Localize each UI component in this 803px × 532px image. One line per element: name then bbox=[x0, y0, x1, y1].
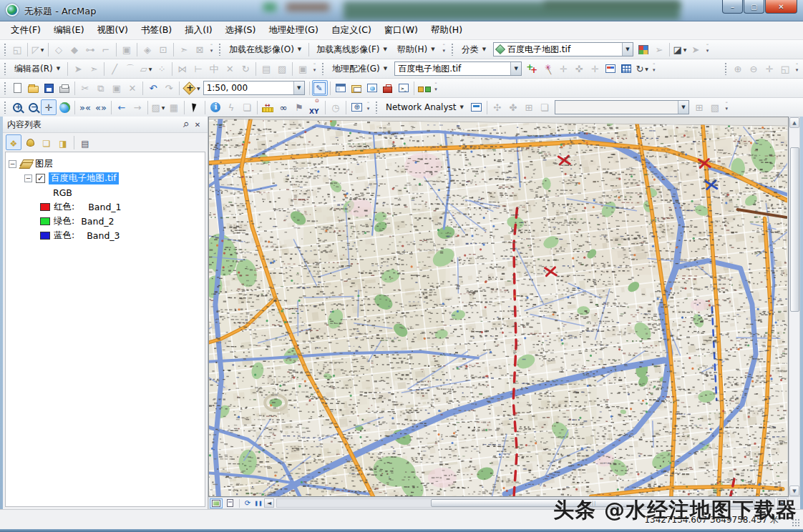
toolbar-grip[interactable] bbox=[218, 43, 222, 56]
zoom-in-icon[interactable] bbox=[9, 99, 25, 115]
menu-7[interactable]: 地理处理(G) bbox=[262, 22, 324, 39]
map-canvas[interactable] bbox=[209, 117, 787, 496]
image-analysis-icon[interactable] bbox=[636, 41, 651, 57]
add-control-points-icon[interactable] bbox=[524, 61, 540, 77]
identify-icon[interactable] bbox=[208, 99, 223, 115]
pause-drawing-button[interactable]: ❚❚ bbox=[253, 501, 263, 506]
menu-8[interactable]: 自定义(C) bbox=[325, 22, 378, 39]
toolbar-grip[interactable] bbox=[4, 43, 7, 56]
fixed-zoom-in-icon[interactable]: »« bbox=[77, 99, 93, 115]
menu-6[interactable]: 选择(S) bbox=[219, 22, 263, 39]
collapse-icon[interactable]: − bbox=[24, 174, 32, 182]
toolbar-grip[interactable] bbox=[4, 62, 7, 75]
vertical-scrollbar[interactable]: ▲ ▼ bbox=[789, 117, 800, 497]
modelbuilder-icon[interactable] bbox=[417, 80, 432, 96]
horizontal-scrollbar-thumb[interactable]: ||| bbox=[431, 499, 754, 507]
scroll-right-icon[interactable]: ► bbox=[777, 498, 787, 508]
list-by-source-icon[interactable] bbox=[22, 134, 38, 150]
transformation-icon[interactable] bbox=[618, 61, 634, 77]
load-online-imagery-button[interactable]: 加载在线影像(O)▼ bbox=[224, 42, 306, 57]
viewer-window-icon[interactable] bbox=[349, 99, 364, 115]
back-extent-icon[interactable]: ← bbox=[114, 99, 130, 115]
menu-5[interactable]: 插入(I) bbox=[178, 22, 218, 39]
collapse-icon[interactable]: − bbox=[9, 160, 16, 168]
toolbar-grip[interactable] bbox=[321, 62, 325, 75]
toolbar-overflow-icon[interactable]: ¨▾ bbox=[208, 42, 215, 56]
layout-view-button[interactable] bbox=[223, 498, 236, 508]
editor-toolbar-toggle[interactable] bbox=[312, 80, 328, 96]
rotate-georef-icon[interactable]: ↻▼ bbox=[634, 61, 650, 77]
classify-button[interactable]: 分类▼ bbox=[457, 42, 491, 57]
view-link-table-icon[interactable] bbox=[603, 61, 618, 77]
auto-registration-icon[interactable] bbox=[540, 61, 555, 77]
editor-menu-button[interactable]: 编辑器(R)▼ bbox=[9, 61, 65, 77]
layer-row[interactable]: − ✓ 百度电子地图.tif bbox=[9, 171, 202, 185]
refresh-view-button[interactable]: ⟳ bbox=[243, 499, 253, 507]
toc-options-icon[interactable] bbox=[77, 134, 93, 150]
toolbar-overflow-icon[interactable]: ¨▾ bbox=[311, 61, 318, 76]
list-by-drawing-order-icon[interactable] bbox=[6, 134, 21, 150]
catalog-window-icon[interactable] bbox=[349, 80, 364, 96]
network-analyst-menu-button[interactable]: Network Analyst▼ bbox=[381, 101, 469, 114]
georeferencing-menu-button[interactable]: 地理配准(G)▼ bbox=[327, 61, 392, 77]
find-icon[interactable]: ∞ bbox=[276, 99, 291, 115]
find-route-icon[interactable]: ⚑ bbox=[291, 99, 307, 115]
pan-icon[interactable]: ✛ bbox=[41, 99, 57, 115]
resize-grip[interactable] bbox=[792, 518, 800, 527]
toolbar-grip[interactable] bbox=[724, 62, 728, 75]
new-document-icon[interactable] bbox=[9, 80, 25, 96]
maximize-button[interactable]: ▢ bbox=[744, 0, 764, 14]
toolbar-overflow-icon[interactable]: ¨▾ bbox=[364, 100, 372, 114]
vertical-scrollbar-thumb[interactable] bbox=[790, 147, 799, 312]
classify-layer-combo[interactable]: 百度电子地图.tif▼ bbox=[493, 42, 633, 56]
map-scale-combo[interactable]: 1:50, 000▼ bbox=[203, 81, 305, 95]
list-by-selection-icon[interactable] bbox=[55, 134, 71, 150]
toolbar-grip[interactable] bbox=[375, 101, 379, 114]
toolbar-overflow-icon[interactable]: ¨▾ bbox=[440, 42, 448, 56]
toolbar-overflow-icon[interactable]: ¨▾ bbox=[704, 42, 711, 56]
toolbar-overflow-icon[interactable]: ¨▾ bbox=[793, 61, 801, 76]
python-window-icon[interactable] bbox=[396, 80, 412, 96]
layer-visibility-checkbox[interactable]: ✓ bbox=[36, 174, 45, 183]
zoom-out-icon[interactable] bbox=[25, 99, 41, 115]
menu-9[interactable]: 窗口(W) bbox=[378, 22, 424, 39]
add-data-icon[interactable]: ▼ bbox=[182, 80, 201, 96]
print-icon[interactable] bbox=[57, 80, 72, 96]
scroll-up-icon[interactable]: ▲ bbox=[789, 117, 799, 128]
layer-name[interactable]: 百度电子地图.tif bbox=[49, 172, 119, 184]
open-document-icon[interactable] bbox=[25, 80, 41, 96]
network-analyst-window-icon[interactable] bbox=[469, 99, 485, 115]
measure-icon[interactable] bbox=[260, 99, 276, 115]
imagery-help-button[interactable]: 帮助(H)▼ bbox=[392, 42, 440, 57]
toolbar-overflow-icon[interactable]: ¨▾ bbox=[650, 61, 658, 76]
layers-group-row[interactable]: − 图层 bbox=[9, 157, 202, 171]
full-extent-icon[interactable] bbox=[57, 99, 72, 115]
swipe-layer-icon[interactable]: ◪▼ bbox=[672, 41, 688, 57]
horizontal-scrollbar[interactable]: ||| bbox=[276, 498, 775, 508]
undo-icon[interactable]: ↶ bbox=[145, 80, 161, 96]
select-elements-icon[interactable] bbox=[187, 99, 203, 115]
load-offline-imagery-button[interactable]: 加载离线影像(F)▼ bbox=[311, 42, 392, 57]
scroll-down-icon[interactable]: ▼ bbox=[789, 486, 799, 496]
data-view-button[interactable] bbox=[210, 498, 223, 508]
menu-4[interactable]: 书签(B) bbox=[135, 22, 178, 39]
menu-10[interactable]: 帮助(H) bbox=[424, 22, 469, 39]
save-document-icon[interactable] bbox=[41, 80, 57, 96]
menu-3[interactable]: 视图(V) bbox=[91, 22, 135, 39]
minimize-button[interactable]: – bbox=[722, 0, 743, 14]
search-window-icon[interactable] bbox=[364, 80, 380, 96]
close-button[interactable]: ✕ bbox=[765, 0, 797, 14]
scroll-left-icon[interactable]: ◄ bbox=[264, 498, 274, 508]
table-of-contents-icon[interactable] bbox=[333, 80, 349, 96]
list-by-visibility-icon[interactable] bbox=[39, 134, 54, 150]
toolbar-grip[interactable] bbox=[451, 43, 454, 56]
toolbar-overflow-icon[interactable]: ¨▾ bbox=[723, 100, 731, 114]
arctoolbox-icon[interactable] bbox=[380, 80, 396, 96]
goto-xy-icon[interactable] bbox=[307, 99, 323, 115]
menu-1[interactable]: 文件(F) bbox=[4, 22, 47, 39]
menu-2[interactable]: 编辑(E) bbox=[47, 22, 91, 39]
georeferencing-layer-combo[interactable]: 百度电子地图.tif▼ bbox=[394, 61, 522, 76]
toolbar-grip[interactable] bbox=[4, 82, 7, 94]
fixed-zoom-out-icon[interactable]: «» bbox=[93, 99, 109, 115]
toolbar-grip[interactable] bbox=[4, 101, 7, 114]
